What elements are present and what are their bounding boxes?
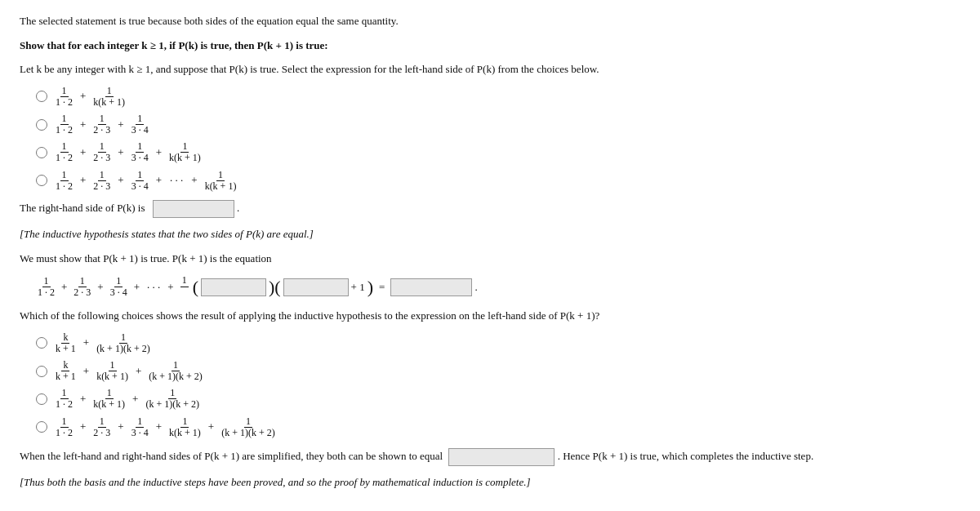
apply-radio-group: kk + 1 + 1(k + 1)(k + 2) kk + 1 + 1k(k +…: [36, 332, 960, 439]
when-simplified-section: When the left-hand and right-hand sides …: [20, 448, 960, 466]
which-choice-text: Which of the following choices shows the…: [20, 308, 960, 324]
rhs-section: The right-hand side of P(k) is .: [20, 200, 960, 218]
lhs-expr-1: 11 · 2 + 1k(k + 1): [54, 86, 127, 108]
apply-radio-2[interactable]: [36, 366, 47, 377]
apply-expr-1: kk + 1 + 1(k + 1)(k + 2): [54, 332, 152, 354]
show-that-label: Show that for each integer k ≥ 1, if P(k…: [20, 38, 960, 54]
pk1-left-blank[interactable]: [201, 278, 266, 296]
lhs-option-4: 11 · 2 + 12 · 3 + 13 · 4 + · · · + 1k(k …: [36, 170, 960, 192]
rhs-period: .: [237, 202, 239, 214]
intro-text: The selected statement is true because b…: [20, 13, 960, 29]
pk1-eq-line: 11 · 2 + 12 · 3 + 13 · 4 + · · · + 1 ( )…: [36, 274, 960, 300]
show-that-section: Show that for each integer k ≥ 1, if P(k…: [20, 38, 960, 54]
let-k-section: Let k be any integer with k ≥ 1, and sup…: [20, 61, 960, 78]
pk1-equation: 11 · 2 + 12 · 3 + 13 · 4 + · · · + 1 ( )…: [36, 274, 960, 300]
pk1-right-blank[interactable]: [283, 278, 349, 296]
hence-text: . Hence P(k + 1) is true, which complete…: [558, 450, 813, 462]
which-choice-section: Which of the following choices shows the…: [20, 308, 960, 324]
lhs-radio-4[interactable]: [36, 175, 47, 186]
apply-radio-3[interactable]: [36, 393, 47, 405]
intro-section: The selected statement is true because b…: [20, 13, 960, 29]
pk1-rhs-blank[interactable]: [390, 278, 472, 296]
lhs-radio-3[interactable]: [36, 147, 47, 158]
pk1-frac-top: 1: [180, 274, 189, 300]
lhs-radio-group: 11 · 2 + 1k(k + 1) 11 · 2 + 12 · 3 + 13 …: [36, 86, 960, 193]
lhs-radio-2[interactable]: [36, 119, 47, 131]
lhs-expr-2: 11 · 2 + 12 · 3 + 13 · 4: [54, 113, 150, 136]
thus-text: [Thus both the basis and the inductive s…: [20, 474, 960, 491]
apply-expr-2: kk + 1 + 1k(k + 1) + 1(k + 1)(k + 2): [54, 360, 204, 382]
apply-expr-4: 11 · 2 + 12 · 3 + 13 · 4 + 1k(k + 1) + 1…: [54, 416, 277, 438]
apply-option-1: kk + 1 + 1(k + 1)(k + 2): [36, 332, 960, 354]
we-must-section: We must show that P(k + 1) is true. P(k …: [20, 251, 960, 267]
apply-expr-3: 11 · 2 + 1k(k + 1) + 1(k + 1)(k + 2): [54, 388, 201, 410]
apply-radio-1[interactable]: [36, 337, 47, 349]
inductive-hyp-section: [The inductive hypothesis states that th…: [20, 226, 960, 242]
rhs-answer-input[interactable]: [153, 200, 234, 218]
lhs-expr-4: 11 · 2 + 12 · 3 + 13 · 4 + · · · + 1k(k …: [54, 170, 238, 192]
simplified-answer-input[interactable]: [448, 448, 555, 466]
lhs-radio-1[interactable]: [36, 91, 47, 102]
apply-option-3: 11 · 2 + 1k(k + 1) + 1(k + 1)(k + 2): [36, 388, 960, 410]
main-page: The selected statement is true because b…: [0, 0, 980, 511]
rhs-label-text: The right-hand side of P(k) is: [20, 202, 145, 214]
we-must-text: We must show that P(k + 1) is true. P(k …: [20, 251, 960, 267]
pk1-period: .: [474, 281, 477, 294]
apply-option-2: kk + 1 + 1k(k + 1) + 1(k + 1)(k + 2): [36, 360, 960, 382]
when-simplified-text: When the left-hand and right-hand sides …: [20, 450, 443, 462]
apply-radio-4[interactable]: [36, 421, 47, 433]
lhs-expr-3: 11 · 2 + 12 · 3 + 13 · 4 + 1k(k + 1): [54, 141, 203, 163]
lhs-option-1: 11 · 2 + 1k(k + 1): [36, 86, 960, 108]
let-k-text: Let k be any integer with k ≥ 1, and sup…: [20, 61, 960, 78]
lhs-option-3: 11 · 2 + 12 · 3 + 13 · 4 + 1k(k + 1): [36, 141, 960, 163]
inductive-hyp-text: [The inductive hypothesis states that th…: [20, 226, 960, 242]
lhs-option-2: 11 · 2 + 12 · 3 + 13 · 4: [36, 113, 960, 136]
apply-option-4: 11 · 2 + 12 · 3 + 13 · 4 + 1k(k + 1) + 1…: [36, 416, 960, 438]
thus-section: [Thus both the basis and the inductive s…: [20, 474, 960, 491]
